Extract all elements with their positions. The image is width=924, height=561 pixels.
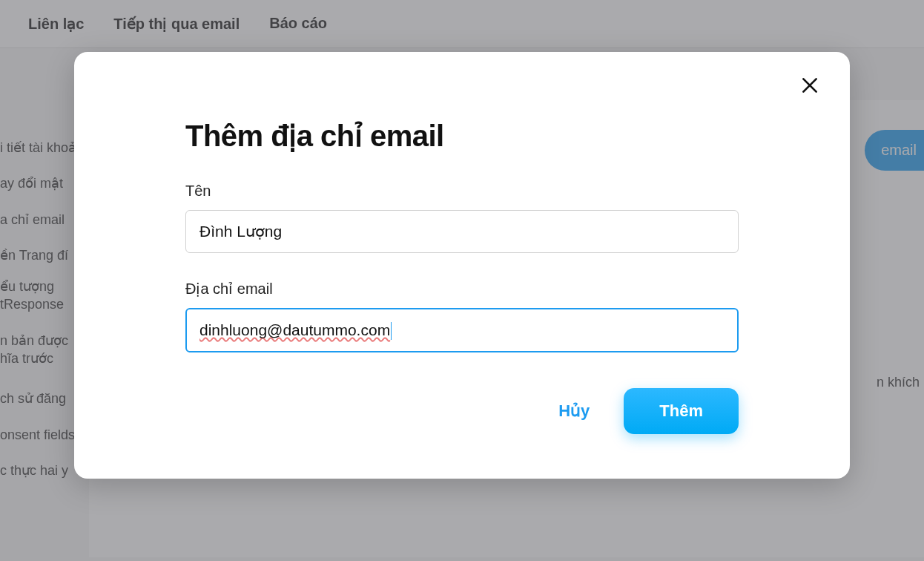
modal-title: Thêm địa chỉ email: [185, 119, 739, 153]
cancel-button[interactable]: Hủy: [551, 393, 597, 430]
modal-overlay: Thêm địa chỉ email Tên Địa chỉ email din…: [0, 0, 924, 561]
email-input-value: dinhluong@dautummo.com: [199, 321, 390, 338]
close-icon: [800, 76, 819, 97]
name-input[interactable]: [185, 210, 739, 253]
modal-actions: Hủy Thêm: [185, 388, 739, 434]
close-button[interactable]: [796, 73, 823, 99]
email-input[interactable]: dinhluong@dautummo.com: [185, 308, 739, 352]
email-label: Địa chỉ email: [185, 280, 739, 298]
text-cursor: [391, 322, 392, 340]
name-label: Tên: [185, 183, 739, 200]
submit-button[interactable]: Thêm: [624, 388, 739, 434]
add-email-modal: Thêm địa chỉ email Tên Địa chỉ email din…: [74, 52, 850, 479]
